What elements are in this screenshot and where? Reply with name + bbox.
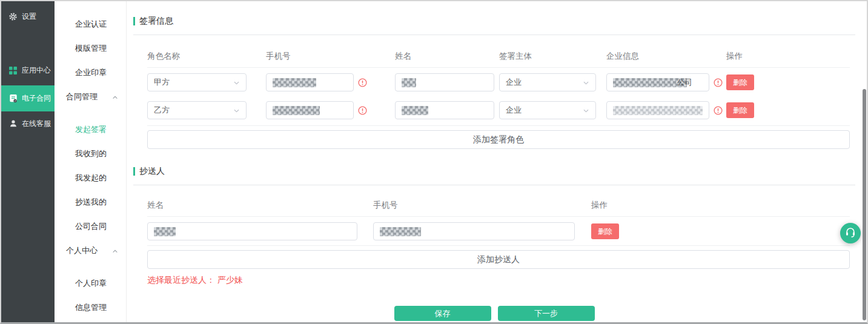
sidebar-item-received[interactable]: 我收到的	[55, 142, 126, 166]
sidebar-item-info-mgmt[interactable]: 信息管理	[55, 296, 126, 320]
sidebar-item-label: 发起签署	[75, 124, 107, 135]
sidebar-item-contract-mgmt[interactable]: 合同管理	[55, 85, 126, 109]
name-input[interactable]	[395, 101, 494, 119]
chevron-down-icon	[233, 106, 240, 115]
sidebar-item-label: 企业印章	[75, 67, 107, 78]
masked-enterprise-value	[613, 78, 687, 87]
role-select[interactable]: 乙方	[147, 101, 247, 119]
cc-table-row: 删除	[147, 222, 850, 240]
nav-item-e-contract[interactable]: 电子合同	[1, 85, 55, 111]
sidebar-item-label: 抄送我的	[75, 197, 107, 208]
sidebar-item-label: 公司合同	[75, 221, 107, 232]
masked-phone-value	[273, 78, 316, 87]
sidebar-item-initiate-sign[interactable]: 发起签署	[55, 117, 126, 142]
sidebar-item-cc-to-me[interactable]: 抄送我的	[55, 190, 126, 214]
add-cc-person-button[interactable]: 添加抄送人	[147, 250, 850, 269]
phone-input[interactable]	[266, 101, 354, 119]
masked-name-value	[154, 227, 176, 236]
delete-button[interactable]: 删除	[726, 74, 754, 90]
sign-table-row: 乙方 企业	[147, 101, 850, 119]
recent-cc-hint[interactable]: 选择最近抄送人： 严少妹	[147, 275, 855, 286]
gear-icon	[8, 12, 18, 21]
subject-select-value: 企业	[506, 77, 522, 88]
chevron-down-icon	[233, 78, 240, 87]
col-header-phone: 手机号	[266, 51, 395, 62]
masked-phone-value	[380, 227, 421, 236]
warning-icon	[714, 78, 723, 87]
col-header-phone: 手机号	[373, 200, 591, 211]
footer-actions: 保存 下一步	[133, 306, 855, 321]
contract-document-icon	[8, 94, 18, 103]
sign-table-row: 甲方 企业	[147, 73, 850, 91]
role-select[interactable]: 甲方	[147, 73, 247, 91]
sidebar-item-personal-seal[interactable]: 个人印章	[55, 271, 126, 296]
masked-name-value	[402, 106, 428, 115]
enterprise-visible-text: 公司	[677, 78, 692, 88]
col-header-role: 角色名称	[147, 51, 266, 62]
nav-item-label: 设置	[22, 12, 36, 22]
warning-icon	[714, 106, 723, 115]
sidebar-item-enterprise-seal[interactable]: 企业印章	[55, 61, 126, 85]
cc-table: 姓名 手机号 操作 删除 添加抄送人	[147, 185, 850, 269]
masked-phone-value	[273, 106, 320, 115]
sidebar-item-label: 合同管理	[66, 91, 98, 102]
customer-service-fab[interactable]	[840, 223, 861, 243]
col-header-subject: 签署主体	[499, 51, 606, 62]
cc-section-title: 抄送人	[133, 166, 855, 177]
secondary-sidebar: 企业认证 模版管理 企业印章 合同管理 发起签署 我收到的 我发起的 抄送我的 …	[55, 1, 127, 322]
sign-table: 角色名称 手机号 姓名 签署主体 企业信息 操作 甲方	[147, 35, 850, 149]
masked-name-value	[402, 78, 416, 87]
sidebar-item-company-contracts[interactable]: 公司合同	[55, 214, 126, 239]
save-button[interactable]: 保存	[394, 306, 491, 321]
headset-icon	[844, 226, 856, 240]
nav-item-label: 电子合同	[22, 93, 51, 104]
title-accent-bar	[133, 17, 135, 25]
table-bottom-border	[147, 245, 850, 246]
chevron-down-icon	[583, 78, 589, 87]
cc-phone-input[interactable]	[373, 222, 575, 240]
role-select-value: 甲方	[154, 77, 170, 88]
section-title-text: 抄送人	[139, 166, 165, 177]
col-header-actions: 操作	[591, 200, 850, 211]
nav-item-app-center[interactable]: 应用中心	[1, 58, 55, 82]
apps-grid-icon	[8, 67, 18, 74]
app-window: 设置 应用中心 电子合同 在线客服 企业认证 模版管理 企业印章 合同管理	[0, 0, 868, 324]
subject-select[interactable]: 企业	[499, 101, 596, 119]
delete-button[interactable]: 删除	[726, 102, 754, 118]
delete-button[interactable]: 删除	[591, 223, 619, 239]
add-sign-role-button[interactable]: 添加签署角色	[147, 130, 850, 149]
table-bottom-border	[147, 125, 850, 126]
nav-item-online-support[interactable]: 在线客服	[1, 111, 55, 136]
sidebar-item-personal-center[interactable]: 个人中心	[55, 239, 126, 263]
sign-table-header: 角色名称 手机号 姓名 签署主体 企业信息 操作	[147, 35, 850, 68]
subject-select[interactable]: 企业	[499, 73, 596, 91]
nav-item-label: 在线客服	[22, 119, 51, 129]
sidebar-item-enterprise-auth[interactable]: 企业认证	[55, 12, 126, 36]
next-step-button[interactable]: 下一步	[498, 306, 595, 321]
col-header-name: 姓名	[395, 51, 499, 62]
sidebar-item-label: 模版管理	[75, 43, 107, 54]
nav-item-label: 应用中心	[22, 65, 51, 76]
enterprise-input[interactable]	[606, 101, 709, 119]
chevron-up-icon	[112, 246, 118, 256]
phone-input[interactable]	[266, 73, 354, 91]
sidebar-item-template-mgmt[interactable]: 模版管理	[55, 36, 126, 61]
name-input[interactable]	[395, 73, 494, 91]
enterprise-input[interactable]: 公司	[606, 73, 709, 91]
section-title-text: 签署信息	[139, 16, 173, 27]
sidebar-item-initiated[interactable]: 我发起的	[55, 166, 126, 190]
warning-icon	[358, 78, 367, 87]
sidebar-item-label: 个人印章	[75, 278, 107, 289]
customer-service-person-icon	[8, 119, 18, 128]
vertical-scrollbar[interactable]	[863, 89, 866, 320]
primary-sidebar: 设置 应用中心 电子合同 在线客服	[1, 1, 55, 322]
main-content: 签署信息 角色名称 手机号 姓名 签署主体 企业信息 操作 甲方	[127, 1, 867, 322]
cc-name-input[interactable]	[147, 222, 357, 240]
nav-item-settings[interactable]: 设置	[1, 4, 55, 28]
sign-section-title: 签署信息	[133, 16, 855, 27]
chevron-down-icon	[583, 106, 589, 115]
sidebar-item-label: 我发起的	[75, 173, 107, 183]
sidebar-item-label: 个人中心	[66, 245, 98, 256]
cc-table-header: 姓名 手机号 操作	[147, 185, 850, 217]
col-header-enterprise: 企业信息	[606, 51, 726, 62]
